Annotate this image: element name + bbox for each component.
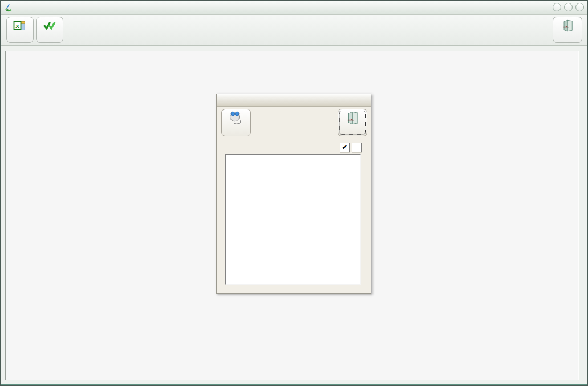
app-window: X (0, 0, 588, 386)
status-bar (1, 380, 587, 384)
filter-columns-dialog: ✔ (216, 94, 371, 294)
window-bottom-edge (1, 384, 587, 385)
excel-icon: X (13, 19, 27, 32)
exit-door-icon (560, 19, 575, 32)
salir-toolbar-button[interactable] (553, 17, 582, 43)
minimize-button[interactable] (553, 3, 561, 11)
svg-text:X: X (15, 23, 19, 29)
toolbar: X (1, 15, 587, 46)
column-checkbox-list (225, 154, 361, 285)
close-button[interactable] (575, 3, 584, 11)
aceptar-button[interactable] (221, 109, 251, 136)
excel-button[interactable]: X (6, 17, 34, 43)
maximize-button[interactable] (564, 3, 573, 11)
campos-icon (42, 19, 57, 32)
select-all-checkbox[interactable]: ✔ (340, 143, 350, 152)
app-icon (4, 3, 14, 13)
dialog-salir-button[interactable] (338, 109, 367, 136)
dialog-separator (219, 139, 368, 139)
exit-door-icon (344, 111, 360, 125)
titlebar (1, 1, 587, 15)
mouse-icon (228, 111, 244, 125)
dialog-title (217, 94, 371, 107)
campos-button[interactable] (36, 17, 63, 43)
select-none-checkbox[interactable] (352, 143, 362, 152)
